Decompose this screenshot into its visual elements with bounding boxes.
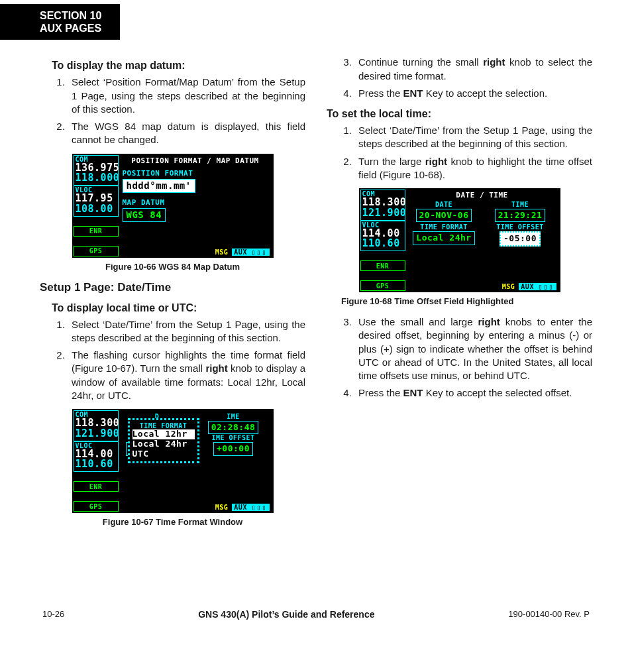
step: Use the small and large right knobs to e…: [354, 315, 592, 382]
vloc-standby: 108.00: [76, 204, 117, 215]
right-column: Continue turning the small right knob to…: [327, 52, 592, 536]
step: Select ‘Date/Time’ from the Setup 1 Page…: [68, 318, 305, 345]
figure-10-68-caption: Figure 10-68 Time Offset Field Highlight…: [341, 296, 592, 306]
md-label: MAP DATUM: [123, 198, 272, 207]
vloc-standby: 110.60: [362, 239, 403, 249]
gns-page-title: DATE / TIME: [405, 190, 559, 201]
steps-map-datum: Select ‘Position Format/Map Datum’ from …: [40, 76, 305, 146]
pf-label: POSITION FORMAT: [123, 169, 272, 178]
msg-annunciator: MSG: [502, 283, 515, 290]
com-standby: 121.900: [76, 429, 117, 439]
status-gps: GPS: [360, 280, 405, 291]
section-line-1: SECTION 10: [40, 10, 101, 21]
com-standby: 118.000: [76, 173, 117, 184]
time-offset-label: TIME OFFSET: [484, 223, 556, 231]
section-header: SECTION 10 AUX PAGES: [0, 4, 120, 40]
aux-annunciator: AUX ▯▯▯: [232, 249, 269, 256]
com-standby: 121.900: [362, 208, 403, 219]
time-label-partial: IME: [197, 413, 270, 420]
status-enr: ENR: [74, 226, 119, 237]
vloc-standby: 110.60: [76, 459, 117, 470]
time-label: TIME: [484, 201, 556, 208]
time-format-value: Local 24hr: [413, 231, 474, 245]
step: Turn the large right knob to highlight t…: [354, 155, 592, 182]
status-enr: ENR: [360, 260, 405, 271]
time-format-popup: TIME FORMAT Local 12hr Local 24hr UTC: [128, 418, 199, 463]
aux-annunciator: AUX ▯▯▯: [232, 504, 269, 511]
figure-10-66-screen: COM 136.975 118.000 VLOC 117.95 108.00 E…: [72, 154, 274, 258]
aux-annunciator: AUX ▯▯▯: [519, 283, 556, 290]
heading-display-local-time: To display local time or UTC:: [52, 302, 305, 314]
status-gps: GPS: [74, 246, 119, 256]
popup-option: Local 24hr: [132, 439, 195, 449]
status-gps: GPS: [74, 501, 119, 512]
popup-option: Local 12hr: [132, 429, 195, 439]
time-format-label: TIME FORMAT: [408, 223, 480, 231]
date-label: DATE: [408, 201, 480, 208]
heading-setup1-datetime: Setup 1 Page: Date/Time: [40, 281, 305, 294]
steps-display-time: Select ‘Date/Time’ from the Setup 1 Page…: [40, 318, 305, 403]
steps-continued-a: Continue turning the small right knob to…: [327, 56, 592, 100]
doc-revision: 190-00140-00 Rev. P: [508, 609, 590, 620]
md-value: WGS 84: [123, 208, 166, 222]
step: Select ‘Position Format/Map Datum’ from …: [68, 76, 305, 116]
section-line-2: AUX PAGES: [40, 23, 101, 34]
popup-option: UTC: [132, 449, 195, 459]
time-offset-value-highlighted: -05:00: [500, 231, 541, 246]
steps-set-time-b: Use the small and large right knobs to e…: [327, 315, 592, 400]
msg-annunciator: MSG: [215, 249, 229, 256]
heading-display-map-datum: To display the map datum:: [52, 60, 305, 72]
step: The WGS 84 map datum is displayed, this …: [68, 120, 305, 147]
step: Continue turning the small right knob to…: [354, 56, 592, 83]
gns-page-title: POSITION FORMAT / MAP DATUM: [119, 155, 272, 166]
step: The flashing cursor highlights the time …: [68, 349, 305, 402]
left-column: To display the map datum: Select ‘Positi…: [40, 52, 305, 536]
date-value: 20-NOV-06: [416, 209, 472, 222]
pf-value: hddd°mm.mm': [123, 179, 195, 193]
figure-10-67-caption: Figure 10-67 Time Format Window: [40, 517, 305, 527]
step: Press the ENT Key to accept the selected…: [354, 386, 592, 400]
figure-10-66-caption: Figure 10-66 WGS 84 Map Datum: [40, 262, 305, 272]
steps-set-time-a: Select ‘Date/Time’ from the Setup 1 Page…: [327, 124, 592, 182]
page-number: 10-26: [42, 609, 64, 620]
time-offset-value: +00:00: [213, 442, 253, 455]
msg-annunciator: MSG: [215, 504, 229, 511]
figure-10-67-screen: COM 118.300 121.900 VLOC 114.00 110.60 E…: [72, 409, 274, 513]
time-value: 21:29:21: [495, 209, 546, 222]
offset-label-partial: IME OFFSET: [197, 434, 270, 441]
figure-10-68-screen: COM 118.300 121.900 VLOC 114.00 110.60 E…: [359, 188, 560, 292]
status-enr: ENR: [74, 481, 119, 492]
page-footer: 10-26 GNS 430(A) Pilot’s Guide and Refer…: [40, 609, 592, 620]
heading-set-local-time: To set the local time:: [327, 108, 592, 120]
time-value: 02:28:48: [208, 421, 259, 434]
doc-title: GNS 430(A) Pilot’s Guide and Reference: [198, 609, 374, 620]
step: Press the ENT Key to accept the selectio…: [354, 87, 592, 100]
step: Select ‘Date/Time’ from the Setup 1 Page…: [354, 124, 592, 151]
